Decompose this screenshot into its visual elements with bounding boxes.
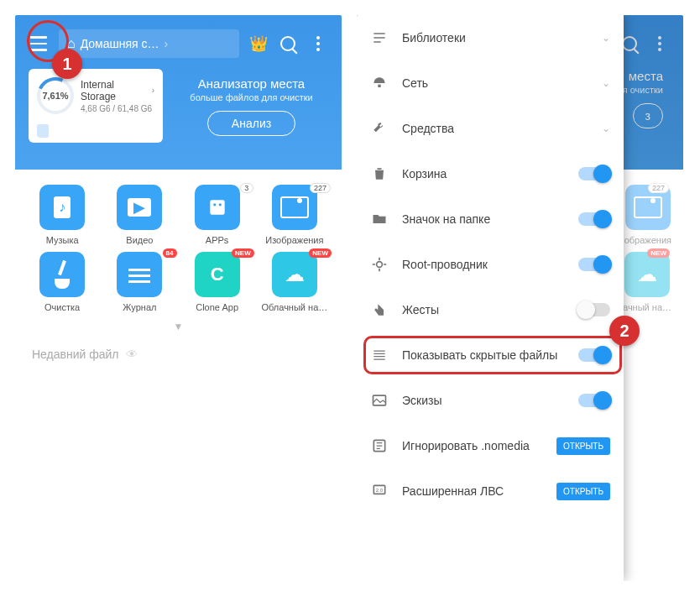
apps-badge: 3	[240, 183, 253, 193]
recent-files[interactable]: Недавний файл 👁	[15, 336, 342, 373]
breadcrumb[interactable]: ⌂ Домашняя с… ›	[59, 29, 239, 58]
music-icon	[39, 185, 85, 230]
wrench-icon	[370, 120, 389, 137]
breadcrumb-text: Домашняя с…	[81, 37, 159, 50]
toggle-trash[interactable]	[578, 167, 610, 180]
clone-icon	[195, 252, 240, 297]
nomedia-icon	[370, 437, 389, 454]
grid-clone[interactable]: NEWClone App	[179, 252, 256, 312]
phone-left: ⌂ Домашняя с… › 👑 7,61% Internal Storage…	[15, 15, 342, 581]
search-icon	[280, 36, 295, 51]
cloud-badge: NEW	[309, 248, 332, 258]
category-grid: Музыка Видео 3APPs 227Изображения Очистк…	[15, 170, 342, 317]
toggle-gestures[interactable]	[578, 303, 610, 316]
drawer-root[interactable]: Root-проводник	[357, 242, 624, 287]
eye-off-icon: 👁	[126, 348, 138, 361]
broom-icon	[39, 252, 85, 297]
network-icon	[370, 75, 389, 91]
svg-text:2.0: 2.0	[376, 488, 384, 493]
expand-arrow[interactable]: ▼	[15, 317, 342, 336]
chevron-right-icon: ›	[152, 86, 154, 95]
gesture-icon	[370, 301, 389, 318]
grid-images[interactable]: 227Изображения	[256, 185, 333, 245]
phone-right: места я очистки з 227ображения NEWачный …	[357, 15, 683, 581]
settings-drawer: Библиотеки ⌄ Сеть ⌄ Средства ⌄ Корзина З…	[357, 15, 624, 581]
toggle-thumbs[interactable]	[578, 394, 610, 407]
storage-percent: 7,61%	[37, 77, 74, 114]
grid-apps[interactable]: 3APPs	[179, 185, 256, 245]
drawer-trash[interactable]: Корзина	[357, 151, 624, 196]
svg-rect-0	[210, 200, 224, 214]
storage-card[interactable]: 7,61% Internal Storage› 4,68 G6 / 61,48 …	[29, 69, 163, 143]
drawer-hidden-files[interactable]: Показывать скрытые файлы	[357, 332, 624, 378]
analyzer-title: Анализатор места	[175, 76, 328, 91]
header: ⌂ Домашняя с… › 👑 7,61% Internal Storage…	[15, 15, 342, 170]
toggle-root[interactable]	[578, 258, 610, 271]
images-badge: 227	[310, 183, 331, 193]
folder-icon	[370, 211, 389, 227]
grid-cloud-dim: NEWачный на…	[623, 252, 671, 312]
callout-1: 1	[52, 49, 82, 79]
analyze-button-dim: з	[633, 103, 663, 128]
drawer-gestures[interactable]: Жесты	[357, 287, 624, 332]
log-badge: 84	[163, 248, 177, 258]
menu-button[interactable]	[24, 29, 54, 59]
drawer-nomedia[interactable]: Игнорировать .nomedia ОТКРЫТЬ	[357, 423, 624, 468]
clone-badge: NEW	[232, 248, 254, 258]
hidden-files-icon	[370, 347, 389, 363]
drawer-lan[interactable]: 2.0 Расширенная ЛВС ОТКРЫТЬ	[357, 468, 624, 514]
lan-icon: 2.0	[370, 483, 389, 499]
chevron-right-icon: ›	[165, 37, 169, 50]
cloud-icon	[272, 252, 317, 297]
grid-cloud[interactable]: NEWОблачный на…	[256, 252, 333, 312]
grid-images-dim: 227ображения	[624, 185, 671, 245]
open-lan-button[interactable]: ОТКРЫТЬ	[556, 483, 610, 500]
grid-clean[interactable]: Очистка	[24, 252, 101, 312]
drawer-libraries[interactable]: Библиотеки ⌄	[357, 15, 624, 60]
analyze-button[interactable]: Анализ	[207, 111, 295, 136]
hamburger-icon	[30, 36, 47, 51]
more-button	[645, 29, 675, 59]
storage-name: Internal Storage	[81, 79, 149, 102]
grid-music[interactable]: Музыка	[24, 185, 101, 245]
analyzer-subtitle: больше файлов для очистки	[175, 92, 328, 102]
search-button[interactable]	[273, 29, 303, 59]
sd-card-icon	[37, 124, 49, 138]
root-icon	[370, 256, 389, 273]
drawer-tools[interactable]: Средства ⌄	[357, 106, 624, 151]
apps-icon	[195, 185, 240, 230]
chevron-down-icon: ⌄	[602, 123, 610, 134]
grid-video[interactable]: Видео	[101, 185, 178, 245]
svg-point-1	[213, 203, 216, 206]
chevron-down-icon: ⌄	[602, 32, 610, 44]
chevron-down-icon: ⌄	[602, 77, 610, 89]
drawer-network[interactable]: Сеть ⌄	[357, 60, 624, 106]
toggle-folder-icon[interactable]	[578, 212, 610, 226]
trash-icon	[370, 165, 389, 182]
video-icon	[117, 185, 162, 230]
more-icon	[316, 36, 320, 51]
drawer-folder-icon[interactable]: Значок на папке	[357, 196, 624, 242]
log-icon	[117, 252, 162, 297]
svg-point-2	[218, 203, 221, 206]
thumbs-icon	[370, 392, 389, 409]
svg-point-4	[377, 262, 383, 268]
open-nomedia-button[interactable]: ОТКРЫТЬ	[556, 437, 610, 455]
grid-log[interactable]: 84Журнал	[101, 252, 178, 312]
toggle-hidden[interactable]	[578, 348, 610, 362]
callout-2: 2	[609, 316, 640, 346]
more-button[interactable]	[303, 29, 333, 59]
svg-rect-3	[378, 85, 380, 87]
crown-icon[interactable]: 👑	[248, 33, 269, 55]
books-icon	[370, 29, 389, 46]
drawer-thumbs[interactable]: Эскизы	[357, 378, 624, 423]
storage-size: 4,68 G6 / 61,48 G6	[81, 104, 154, 113]
